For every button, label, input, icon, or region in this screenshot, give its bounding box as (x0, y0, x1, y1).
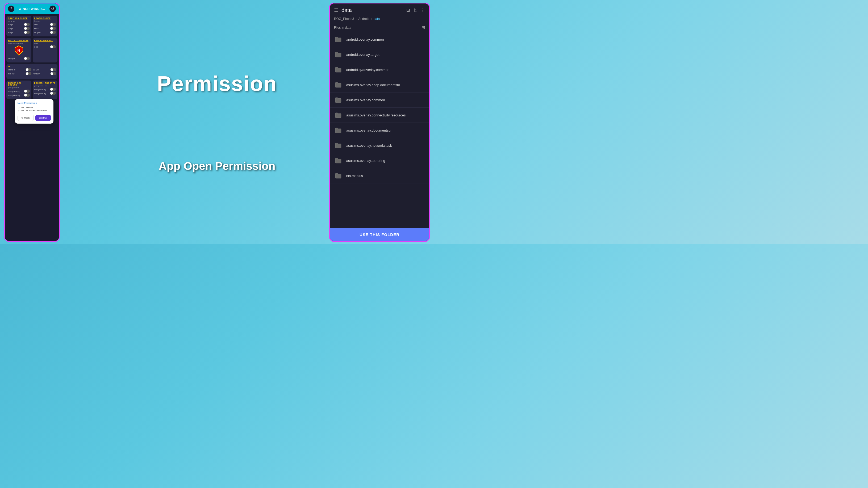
safe-night-toggle[interactable] (24, 57, 30, 60)
fps-60-label: 60 Fps (8, 28, 13, 30)
map-shnok-1-toggle[interactable] (24, 94, 30, 97)
folder-icon (334, 50, 343, 59)
file-item[interactable]: asusims.overlay.connectivity.resources (330, 108, 429, 123)
header-left: ☰ data (334, 7, 352, 13)
erazer-grs-sub: gone ground all (8, 87, 30, 89)
dialog-text: 1) Click Continue 2) Click Use This Fold… (18, 106, 51, 112)
efac-card: EFAC POWER STY types night (33, 38, 58, 62)
map-shnok-2-toggle[interactable] (50, 92, 56, 95)
map-erngl-2-toggle[interactable] (50, 88, 56, 91)
top-cards-row: GRAPHICS CHOICE set up fps 40 Fps 60 Fps… (6, 16, 57, 36)
right-toggles: Nul-Skil PotAt-grA (33, 68, 56, 76)
max-viw-toggle[interactable] (26, 72, 31, 75)
mid-cards-row: PROTE-CTION SAFE 100% saf prota-ction R … (6, 38, 57, 62)
file-item[interactable]: asusims.overlay.documentsui (330, 123, 429, 138)
proa-toggle[interactable] (50, 27, 56, 30)
files-header: Files in data ⊞ (330, 23, 429, 32)
efac-title: EFAC POWER STY (34, 40, 56, 41)
it-section: I-T iPhone-8+ mAx Viw Nul-Skil (6, 64, 57, 79)
folder-title: data (341, 7, 352, 13)
file-item[interactable]: android.qvaoverlay.common (330, 62, 429, 77)
use-folder-button[interactable]: USE THIS FOLDER (330, 228, 429, 241)
folder-icon (334, 35, 343, 43)
proa-label: Pro-A (34, 28, 39, 30)
file-item[interactable]: asusims.overlay.tethering (330, 153, 429, 168)
max-viw-row: mAx Viw (8, 72, 31, 75)
file-name: asusims.overlay.networkstack (346, 143, 392, 148)
no-thanks-button[interactable]: No Thanks (18, 115, 34, 121)
lag-row: LA-g Fix (34, 31, 56, 34)
night-toggle[interactable] (50, 45, 56, 48)
dialog-line1: 1) Click Continue (18, 106, 33, 109)
svg-text:R: R (17, 48, 21, 53)
folder-icon (334, 65, 343, 74)
potat-toggle[interactable] (50, 72, 56, 75)
left-toggles: iPhone-8+ mAx Viw (8, 68, 31, 76)
fps-60-toggle[interactable] (24, 27, 30, 30)
breadcrumb-rog[interactable]: ROG_Phone3 (334, 17, 354, 21)
it-label: I-T (8, 65, 56, 67)
safe-night-label: Saf night (8, 58, 15, 60)
power-sub: Increase (34, 20, 56, 22)
dialog-buttons: No Thanks Continue (18, 115, 51, 121)
breadcrumb-android[interactable]: Android (358, 17, 369, 21)
fps-40-label: 40 Fps (8, 24, 13, 26)
more-options-icon[interactable]: ⋮ (421, 8, 425, 13)
right-panel: ☰ data ⊡ ⇅ ⋮ ROG_Phone3 › Android › data… (329, 3, 430, 242)
iphone-label: iPhone-8+ (8, 69, 16, 71)
map-shnok-2-row: MAp [S-HNOK] (34, 92, 56, 95)
map-erngl-1-toggle[interactable] (24, 90, 30, 93)
fps-90-toggle[interactable] (24, 31, 30, 34)
file-item[interactable]: android.overlay.common (330, 32, 429, 47)
iphone-toggle[interactable] (26, 68, 31, 71)
breadcrumb-sep-2: › (371, 17, 372, 21)
sort-icon[interactable]: ⇅ (413, 8, 417, 13)
file-name: android.overlay.target (346, 53, 379, 57)
file-name: asusims.overlay.connectivity.resources (346, 113, 406, 117)
efac-sub: types (34, 42, 56, 44)
nul-skil-label: Nul-Skil (33, 69, 38, 71)
file-item[interactable]: asusims.overlay.common (330, 93, 429, 108)
permission-dialog: Need Permission 1) Click Continue 2) Cli… (15, 99, 54, 124)
breadcrumb-sep-1: › (355, 17, 356, 21)
potat-row: PotAt-grA (33, 72, 56, 75)
file-item[interactable]: asusims.overlay.networkstack (330, 138, 429, 153)
lag-toggle[interactable] (50, 31, 56, 34)
breadcrumb-data[interactable]: data (374, 17, 380, 21)
file-item[interactable]: android.overlay.target (330, 47, 429, 62)
graphics-card: GRAPHICS CHOICE set up fps 40 Fps 60 Fps… (6, 16, 31, 36)
fps-40-toggle[interactable] (24, 23, 30, 26)
right-header: ☰ data ⊡ ⇅ ⋮ (330, 3, 429, 15)
breadcrumb: ROG_Phone3 › Android › data (330, 15, 429, 23)
folder-icon (334, 111, 343, 119)
erazer-tre-title: ERAZER + TRE TYPE (34, 82, 56, 84)
graphics-sub: set up fps (8, 20, 30, 22)
dialog-line2: 2) Click Use This Folder & Allowe (18, 109, 47, 111)
app-title: WINER WINER... (19, 7, 45, 10)
continue-button[interactable]: Continue (35, 115, 51, 121)
erazer-grs-card: ERAZER GRS GROUND gone ground all MAp [E… (6, 80, 31, 99)
folder-icon (334, 80, 343, 89)
nul-skil-toggle[interactable] (50, 68, 56, 71)
erazer-grs-title: ERAZER GRS GROUND (8, 82, 30, 86)
hamburger-icon[interactable]: ☰ (334, 7, 338, 13)
power-card: POWER CHOICE Increase Ansi- Pro-A LA-g F… (33, 16, 58, 36)
grid-view-icon[interactable]: ⊞ (422, 25, 425, 30)
phone-header: ? WINER WINER... ↺ (5, 3, 59, 14)
max-viw-label: mAx Viw (8, 73, 14, 75)
file-name: asusims.overlay.aosp.documentsui (346, 83, 400, 87)
potat-label: PotAt-grA (33, 73, 40, 75)
it-row: iPhone-8+ mAx Viw Nul-Skil PotAt-grA (8, 68, 56, 76)
ansi-toggle[interactable] (50, 23, 56, 26)
night-label: night (34, 46, 38, 48)
power-title: POWER CHOICE (34, 17, 56, 19)
fps-90-label: 90 Fps (8, 32, 13, 33)
erazer-tre-sub: gone ground + tre (34, 85, 56, 87)
refresh-icon[interactable]: ↺ (50, 6, 56, 12)
file-name: android.overlay.common (346, 37, 384, 41)
phone-body: GRAPHICS CHOICE set up fps 40 Fps 60 Fps… (5, 14, 59, 102)
file-item[interactable]: bin.mt.plus (330, 168, 429, 184)
new-folder-icon[interactable]: ⊡ (406, 8, 410, 13)
file-item[interactable]: asusims.overlay.aosp.documentsui (330, 77, 429, 93)
folder-icon (334, 96, 343, 104)
